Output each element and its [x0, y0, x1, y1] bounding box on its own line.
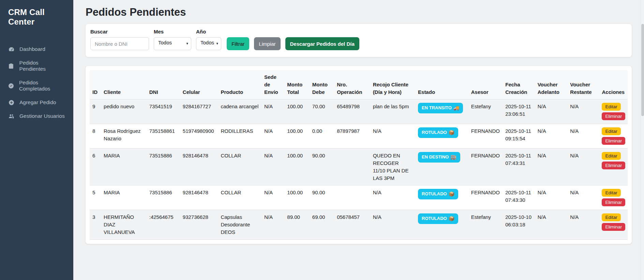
- cell-monto-total: 100.00: [284, 99, 310, 124]
- cell-monto-debe: 70.00: [310, 99, 334, 124]
- column-header: Celular: [180, 70, 218, 99]
- cell-producto: COLLAR: [218, 185, 261, 210]
- cell-recojo-cliente: N/A: [370, 185, 415, 210]
- cell-monto-total: 100.00: [284, 124, 310, 149]
- cell-voucher-restante: N/A: [567, 99, 599, 124]
- column-header: Recojo Cliente (Día y Hora): [370, 70, 415, 99]
- cell-dni: 735158861: [147, 124, 180, 149]
- cell-cliente: HERMITAÑO DIAZ VILLANUEVA: [101, 210, 147, 239]
- cell-monto-total: 100.00: [284, 149, 310, 185]
- cell-voucher-adelanto: N/A: [535, 210, 568, 239]
- cell-estado: ROTULADO 📦: [415, 210, 468, 239]
- status-badge: EN TRANSITO 🚚: [418, 103, 463, 113]
- main-content: Pedidos Pendientes Buscar Mes Todos ▾ Añ…: [73, 0, 644, 280]
- sidebar-nav: Dashboard Pedidos Pendientes Pedidos Com…: [0, 42, 73, 123]
- delete-button[interactable]: Eliminar: [602, 162, 625, 169]
- clear-button[interactable]: Limpiar: [254, 37, 280, 50]
- status-emoji-icon: 📦: [449, 191, 454, 197]
- cell-recojo-cliente: QUEDO EN RECOGER 11/10 PLAN DE LAS 3PM: [370, 149, 415, 185]
- status-emoji-icon: 📦: [449, 129, 454, 136]
- cell-cliente: MARIA: [101, 185, 147, 210]
- filter-panel: Buscar Mes Todos ▾ Año Todos ▾ Filtrar L…: [86, 24, 632, 57]
- orders-table: IDClienteDNICelularProductoSede de Envío…: [90, 70, 628, 240]
- sidebar-item-pedidos-completados[interactable]: Pedidos Completados: [0, 76, 73, 96]
- cell-monto-debe: 69.00: [310, 210, 334, 239]
- cell-acciones: Editar Eliminar: [599, 210, 628, 239]
- scrollbar-thumb[interactable]: [641, 24, 644, 116]
- table-row: 3 HERMITAÑO DIAZ VILLANUEVA :42564675 93…: [90, 210, 628, 239]
- edit-button[interactable]: Editar: [602, 152, 620, 160]
- cell-estado: EN TRANSITO 🚚: [415, 99, 468, 124]
- delete-button[interactable]: Eliminar: [602, 198, 625, 206]
- app-brand: CRM Call Center: [0, 8, 73, 36]
- column-header: DNI: [147, 70, 180, 99]
- edit-button[interactable]: Editar: [602, 213, 620, 221]
- sidebar-item-dashboard[interactable]: Dashboard: [0, 42, 73, 56]
- table-row: 9 pedido nuevo 73541519 9284167727 caden…: [90, 99, 628, 124]
- table-row: 8 Rosa Rodríguez Nazario 735158861 51974…: [90, 124, 628, 149]
- edit-button[interactable]: Editar: [602, 103, 620, 111]
- cell-monto-total: 89.00: [284, 210, 310, 239]
- cell-voucher-adelanto: N/A: [535, 185, 568, 210]
- month-field: Mes Todos ▾: [154, 29, 191, 50]
- search-label: Buscar: [90, 29, 149, 34]
- gauge-icon: [8, 46, 14, 52]
- month-label: Mes: [154, 29, 191, 34]
- status-emoji-icon: 🚚: [453, 104, 459, 111]
- delete-button[interactable]: Eliminar: [602, 112, 625, 120]
- cell-sede-envio: N/A: [261, 210, 284, 239]
- cell-celular: 9284167727: [180, 99, 218, 124]
- cell-sede-envio: N/A: [261, 124, 284, 149]
- sidebar-item-pedidos-pendientes[interactable]: Pedidos Pendientes: [0, 56, 73, 76]
- scrollbar[interactable]: [641, 0, 644, 280]
- cell-id: 5: [90, 185, 101, 210]
- delete-button[interactable]: Eliminar: [602, 223, 625, 231]
- cell-voucher-restante: N/A: [567, 210, 599, 239]
- table-row: 5 MARIA 73515886 928146478 COLLAR N/A 10…: [90, 185, 628, 210]
- status-emoji-icon: 🏬: [451, 154, 456, 160]
- month-select[interactable]: Todos: [154, 37, 191, 50]
- download-day-orders-button[interactable]: Descargar Pedidos del Día: [285, 37, 359, 50]
- sidebar-item-gestionar-usuarios[interactable]: Gestionar Usuarios: [0, 109, 73, 123]
- cell-fecha-creacion: 2025-10-11 07:43:30: [503, 185, 535, 210]
- edit-button[interactable]: Editar: [602, 189, 620, 197]
- cell-id: 8: [90, 124, 101, 149]
- cell-monto-total: 100.00: [284, 185, 310, 210]
- cell-fecha-creacion: 2025-10-11 09:15:54: [503, 124, 535, 149]
- cell-dni: 73515886: [147, 149, 180, 185]
- column-header: Monto Debe: [310, 70, 334, 99]
- column-header: Voucher Restante: [567, 70, 599, 99]
- cell-recojo-cliente: N/A: [370, 124, 415, 149]
- search-input[interactable]: [90, 37, 149, 50]
- cell-dni: 73541519: [147, 99, 180, 124]
- year-select[interactable]: Todos: [196, 37, 221, 50]
- cell-acciones: Editar Eliminar: [599, 99, 628, 124]
- delete-button[interactable]: Eliminar: [602, 137, 625, 145]
- year-label: Año: [196, 29, 221, 34]
- cell-cliente: Rosa Rodríguez Nazario: [101, 124, 147, 149]
- edit-button[interactable]: Editar: [602, 127, 620, 135]
- cell-voucher-restante: N/A: [567, 149, 599, 185]
- filter-button[interactable]: Filtrar: [227, 37, 249, 50]
- cell-monto-debe: 90.00: [310, 149, 334, 185]
- cell-nro-operacion: [334, 149, 370, 185]
- cell-recojo-cliente: plan de las 5pm: [370, 99, 415, 124]
- cell-producto: COLLAR: [218, 149, 261, 185]
- column-header: Sede de Envío: [261, 70, 284, 99]
- cell-voucher-adelanto: N/A: [535, 149, 568, 185]
- cell-fecha-creacion: 2025-10-11 07:43:31: [503, 149, 535, 185]
- sidebar: CRM Call Center Dashboard Pedidos Pendie…: [0, 0, 73, 280]
- cell-estado: ROTULADO 📦: [415, 185, 468, 210]
- cell-sede-envio: N/A: [261, 149, 284, 185]
- cell-fecha-creacion: 2025-10-10 06:03:18: [503, 210, 535, 239]
- status-badge: EN DESTINO 🏬: [418, 152, 460, 162]
- column-header: Estado: [415, 70, 468, 99]
- cell-voucher-adelanto: N/A: [535, 124, 568, 149]
- column-header: Cliente: [101, 70, 147, 99]
- plus-circle-icon: [8, 99, 14, 106]
- cell-nro-operacion: 65489798: [334, 99, 370, 124]
- cell-nro-operacion: 05678457: [334, 210, 370, 239]
- cell-asesor: FERNANDO: [468, 149, 503, 185]
- cell-recojo-cliente: N/A: [370, 210, 415, 239]
- sidebar-item-agregar-pedido[interactable]: Agregar Pedido: [0, 96, 73, 109]
